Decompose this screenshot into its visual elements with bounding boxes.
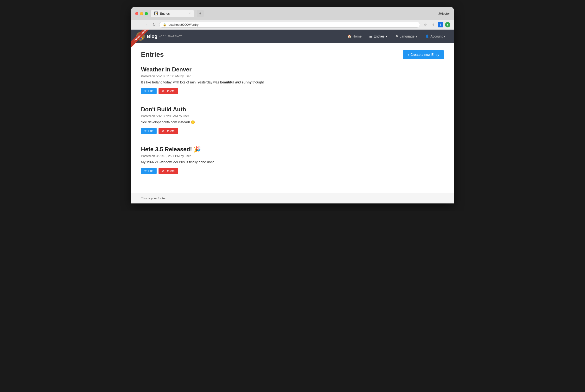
navbar-brand[interactable]: 🧙 Blog v0.0.1-SNAPSHOT (136, 32, 182, 41)
tab-favicon: 📝 (154, 12, 158, 16)
entry-2-actions: ✏ Edit ✕ Delete (141, 128, 444, 134)
entry-3-delete-label: Delete (166, 169, 175, 173)
address-bar[interactable]: 🔒 localhost:9000/#/entry (159, 22, 420, 28)
brand-avatar: 🧙 (136, 32, 145, 41)
back-button[interactable]: ← (135, 22, 140, 28)
entry-1-text-plain: It's like Ireland today, with lots of ra… (141, 80, 220, 84)
window-controls (135, 12, 148, 15)
account-icon: 👤 (425, 34, 429, 38)
entry-2-edit-label: Edit (148, 129, 153, 133)
page-title: Entries (141, 51, 164, 58)
page-header: Entries + Create a new Entry (141, 50, 444, 59)
entry-1-content: It's like Ireland today, with lots of ra… (141, 80, 444, 85)
entry-1-delete-label: Delete (166, 89, 175, 93)
browser-titlebar: 📝 Entries × + JHipster (131, 7, 454, 20)
nav-account-label: Account (430, 34, 442, 38)
entry-1-edit-button[interactable]: ✏ Edit (141, 88, 156, 94)
entry-3-delete-button[interactable]: ✕ Delete (158, 168, 178, 174)
delete-icon-3: ✕ (162, 169, 164, 173)
language-icon: ⚑ (395, 34, 398, 38)
browser-tab[interactable]: 📝 Entries × (151, 10, 194, 17)
entities-icon: ☰ (369, 34, 372, 38)
entry-1-text-italic-and: and (234, 80, 242, 84)
extension-icon[interactable]: i (438, 22, 443, 28)
nav-language[interactable]: ⚑ Language ▾ (392, 32, 421, 40)
entry-3-actions: ✏ Edit ✕ Delete (141, 168, 444, 174)
jhipster-user-label: JHipster (438, 12, 450, 16)
entry-3-meta: Posted on 3/21/18, 2:21 PM by user (141, 154, 444, 158)
lock-icon: 🔒 (163, 23, 166, 26)
info-icon[interactable]: ℹ (430, 22, 436, 28)
tab-label: Entries (160, 12, 170, 16)
star-icon[interactable]: ☆ (422, 22, 428, 28)
tab-close-button[interactable]: × (189, 12, 191, 15)
entry-2-title: Don't Build Auth (141, 106, 444, 113)
entry-1-delete-button[interactable]: ✕ Delete (158, 88, 178, 94)
brand-name: Blog (147, 34, 157, 39)
edit-icon: ✏ (144, 89, 147, 93)
brand-version: v0.0.1-SNAPSHOT (159, 35, 182, 38)
toolbar-icons: ☆ ℹ i ● (422, 22, 450, 28)
main-content: Entries + Create a new Entry Weather in … (131, 43, 454, 193)
entry-1-title: Weather in Denver (141, 66, 444, 73)
entry-1-text-end: though! (252, 80, 264, 84)
forward-button[interactable]: → (143, 22, 149, 28)
entry-2-content: See developer.okta.com instead! 😊 (141, 120, 444, 125)
nav-home-label: Home (353, 34, 362, 38)
nav-account[interactable]: 👤 Account ▾ (422, 32, 449, 40)
entry-2-delete-label: Delete (166, 129, 175, 133)
nav-language-label: Language (400, 34, 414, 38)
entry-2: Don't Build Auth Posted on 5/1/18, 9:00 … (141, 106, 444, 140)
entry-1-actions: ✏ Edit ✕ Delete (141, 88, 444, 94)
entry-2-delete-button[interactable]: ✕ Delete (158, 128, 178, 134)
entry-3-content: My 1966 21-Window VW Bus is finally done… (141, 160, 444, 165)
nav-home[interactable]: 🏠 Home (344, 32, 365, 40)
navbar-nav: 🏠 Home ☰ Entities ▾ ⚑ Language ▾ 👤 Accou… (344, 32, 449, 40)
maximize-dot[interactable] (145, 12, 148, 15)
entry-3-edit-label: Edit (148, 169, 153, 173)
edit-icon-2: ✏ (144, 129, 147, 133)
reload-button[interactable]: ↻ (151, 22, 157, 28)
entry-1-text-bold2: sunny (242, 80, 252, 84)
entry-3-edit-button[interactable]: ✏ Edit (141, 168, 156, 174)
entry-2-edit-button[interactable]: ✏ Edit (141, 128, 156, 134)
profile-icon[interactable]: ● (445, 22, 450, 28)
entry-1-text-bold: beautiful (220, 80, 234, 84)
minimize-dot[interactable] (140, 12, 143, 15)
edit-icon-3: ✏ (144, 169, 147, 173)
language-chevron-icon: ▾ (416, 34, 417, 38)
browser-toolbar: ← → ↻ 🔒 localhost:9000/#/entry ☆ ℹ i ● (131, 20, 454, 30)
close-dot[interactable] (135, 12, 138, 15)
entry-1-edit-label: Edit (148, 89, 153, 93)
create-entry-button[interactable]: + Create a new Entry (403, 50, 444, 59)
app-footer: This is your footer (131, 193, 454, 204)
nav-entities-label: Entities (374, 34, 385, 38)
home-icon: 🏠 (347, 34, 352, 38)
entry-1: Weather in Denver Posted on 5/2/18, 11:0… (141, 66, 444, 100)
new-tab-button[interactable]: + (197, 10, 204, 17)
nav-entities[interactable]: ☰ Entities ▾ (366, 32, 391, 40)
entities-chevron-icon: ▾ (386, 34, 388, 38)
delete-icon-2: ✕ (162, 129, 164, 133)
entry-2-meta: Posted on 5/1/18, 9:00 AM by user (141, 114, 444, 118)
address-text: localhost:9000/#/entry (168, 23, 416, 26)
navbar: Development 🧙 Blog v0.0.1-SNAPSHOT 🏠 Hom… (131, 30, 454, 43)
app-content: Development 🧙 Blog v0.0.1-SNAPSHOT 🏠 Hom… (131, 30, 454, 204)
account-chevron-icon: ▾ (444, 34, 446, 38)
footer-text: This is your footer (141, 196, 166, 200)
delete-icon: ✕ (162, 89, 164, 93)
entry-3-title: Hefe 3.5 Released! 🎉 (141, 146, 444, 153)
entry-1-meta: Posted on 5/2/18, 11:00 AM by user (141, 74, 444, 78)
entry-3: Hefe 3.5 Released! 🎉 Posted on 3/21/18, … (141, 146, 444, 180)
